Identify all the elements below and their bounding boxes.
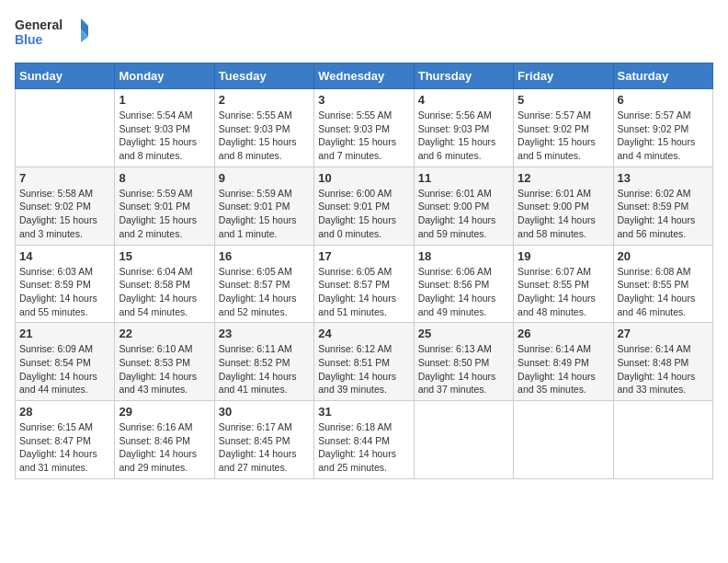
day-cell: 27Sunrise: 6:14 AM Sunset: 8:48 PM Dayli… [613,323,712,401]
calendar-body: 1Sunrise: 5:54 AM Sunset: 9:03 PM Daylig… [16,89,713,479]
day-cell [16,89,115,167]
day-number: 22 [119,327,210,340]
day-cell: 4Sunrise: 5:56 AM Sunset: 9:03 PM Daylig… [414,89,513,167]
day-cell: 2Sunrise: 5:55 AM Sunset: 9:03 PM Daylig… [214,89,313,167]
day-cell: 16Sunrise: 6:05 AM Sunset: 8:57 PM Dayli… [214,245,313,323]
day-info: Sunrise: 6:08 AM Sunset: 8:55 PM Dayligh… [618,265,709,319]
week-row-3: 14Sunrise: 6:03 AM Sunset: 8:59 PM Dayli… [16,245,713,323]
week-row-2: 7Sunrise: 5:58 AM Sunset: 9:02 PM Daylig… [16,167,713,245]
day-info: Sunrise: 6:18 AM Sunset: 8:44 PM Dayligh… [318,420,409,475]
day-number: 5 [518,93,609,107]
day-cell: 15Sunrise: 6:04 AM Sunset: 8:58 PM Dayli… [115,245,214,323]
day-info: Sunrise: 6:09 AM Sunset: 8:54 PM Dayligh… [19,342,110,396]
day-number: 16 [219,249,310,263]
day-number: 24 [318,327,409,340]
day-info: Sunrise: 6:12 AM Sunset: 8:51 PM Dayligh… [318,342,409,396]
day-number: 15 [119,249,210,263]
day-cell: 1Sunrise: 5:54 AM Sunset: 9:03 PM Daylig… [115,89,214,167]
day-cell: 24Sunrise: 6:12 AM Sunset: 8:51 PM Dayli… [314,323,414,401]
day-cell: 31Sunrise: 6:18 AM Sunset: 8:44 PM Dayli… [314,401,414,479]
day-info: Sunrise: 6:13 AM Sunset: 8:50 PM Dayligh… [418,342,509,396]
day-cell: 17Sunrise: 6:05 AM Sunset: 8:57 PM Dayli… [314,245,414,323]
day-number: 23 [219,327,310,340]
day-cell: 29Sunrise: 6:16 AM Sunset: 8:46 PM Dayli… [115,401,214,479]
day-cell: 7Sunrise: 5:58 AM Sunset: 9:02 PM Daylig… [16,167,115,245]
day-info: Sunrise: 6:17 AM Sunset: 8:45 PM Dayligh… [219,420,310,475]
header-cell-saturday: Saturday [613,63,712,89]
day-number: 11 [418,171,509,185]
day-cell: 22Sunrise: 6:10 AM Sunset: 8:53 PM Dayli… [115,323,214,401]
day-number: 27 [618,327,709,340]
day-number: 1 [119,93,210,107]
day-info: Sunrise: 5:55 AM Sunset: 9:03 PM Dayligh… [219,109,310,163]
day-info: Sunrise: 5:55 AM Sunset: 9:03 PM Dayligh… [318,109,409,163]
day-number: 18 [418,249,509,263]
day-cell: 28Sunrise: 6:15 AM Sunset: 8:47 PM Dayli… [16,401,115,479]
day-number: 17 [318,249,409,263]
calendar-table: SundayMondayTuesdayWednesdayThursdayFrid… [15,63,713,479]
day-info: Sunrise: 6:03 AM Sunset: 8:59 PM Dayligh… [19,265,110,319]
day-number: 14 [19,249,110,263]
day-cell: 20Sunrise: 6:08 AM Sunset: 8:55 PM Dayli… [613,245,712,323]
day-cell: 19Sunrise: 6:07 AM Sunset: 8:55 PM Dayli… [514,245,613,323]
day-cell: 25Sunrise: 6:13 AM Sunset: 8:50 PM Dayli… [414,323,513,401]
day-number: 28 [19,405,110,419]
week-row-4: 21Sunrise: 6:09 AM Sunset: 8:54 PM Dayli… [16,323,713,401]
day-cell: 3Sunrise: 5:55 AM Sunset: 9:03 PM Daylig… [314,89,414,167]
day-info: Sunrise: 6:00 AM Sunset: 9:01 PM Dayligh… [318,187,409,241]
day-cell: 5Sunrise: 5:57 AM Sunset: 9:02 PM Daylig… [514,89,613,167]
day-number: 13 [618,171,709,185]
header-cell-thursday: Thursday [414,63,513,89]
day-cell [613,401,712,479]
day-cell [414,401,513,479]
day-info: Sunrise: 6:04 AM Sunset: 8:58 PM Dayligh… [119,265,210,319]
day-info: Sunrise: 6:14 AM Sunset: 8:48 PM Dayligh… [618,342,709,396]
day-cell: 12Sunrise: 6:01 AM Sunset: 9:00 PM Dayli… [514,167,613,245]
day-cell: 10Sunrise: 6:00 AM Sunset: 9:01 PM Dayli… [314,167,414,245]
day-info: Sunrise: 6:01 AM Sunset: 9:00 PM Dayligh… [518,187,609,241]
day-cell: 13Sunrise: 6:02 AM Sunset: 8:59 PM Dayli… [613,167,712,245]
day-number: 20 [618,249,709,263]
day-info: Sunrise: 6:07 AM Sunset: 8:55 PM Dayligh… [518,265,609,319]
calendar-header: SundayMondayTuesdayWednesdayThursdayFrid… [16,63,713,89]
day-number: 3 [318,93,409,107]
day-cell: 18Sunrise: 6:06 AM Sunset: 8:56 PM Dayli… [414,245,513,323]
logo: General Blue [15,15,88,52]
header-cell-wednesday: Wednesday [314,63,414,89]
logo-svg: General Blue [15,15,88,52]
day-number: 19 [518,249,609,263]
day-number: 10 [318,171,409,185]
day-number: 7 [19,171,110,185]
day-number: 30 [219,405,310,419]
day-info: Sunrise: 5:59 AM Sunset: 9:01 PM Dayligh… [119,187,210,241]
day-info: Sunrise: 6:05 AM Sunset: 8:57 PM Dayligh… [318,265,409,319]
day-info: Sunrise: 6:15 AM Sunset: 8:47 PM Dayligh… [19,420,110,475]
day-cell: 6Sunrise: 5:57 AM Sunset: 9:02 PM Daylig… [613,89,712,167]
day-number: 9 [219,171,310,185]
day-number: 29 [119,405,210,419]
day-info: Sunrise: 6:10 AM Sunset: 8:53 PM Dayligh… [119,342,210,396]
week-row-5: 28Sunrise: 6:15 AM Sunset: 8:47 PM Dayli… [16,401,713,479]
day-cell: 26Sunrise: 6:14 AM Sunset: 8:49 PM Dayli… [514,323,613,401]
header-cell-friday: Friday [514,63,613,89]
day-info: Sunrise: 6:16 AM Sunset: 8:46 PM Dayligh… [119,420,210,475]
day-cell: 23Sunrise: 6:11 AM Sunset: 8:52 PM Dayli… [214,323,313,401]
day-info: Sunrise: 5:59 AM Sunset: 9:01 PM Dayligh… [219,187,310,241]
day-number: 31 [318,405,409,419]
day-cell: 21Sunrise: 6:09 AM Sunset: 8:54 PM Dayli… [16,323,115,401]
day-info: Sunrise: 6:01 AM Sunset: 9:00 PM Dayligh… [418,187,509,241]
header: General Blue [15,15,713,52]
week-row-1: 1Sunrise: 5:54 AM Sunset: 9:03 PM Daylig… [16,89,713,167]
header-cell-sunday: Sunday [16,63,115,89]
day-cell: 14Sunrise: 6:03 AM Sunset: 8:59 PM Dayli… [16,245,115,323]
day-info: Sunrise: 5:58 AM Sunset: 9:02 PM Dayligh… [19,187,110,241]
day-number: 21 [19,327,110,340]
day-number: 4 [418,93,509,107]
day-cell: 30Sunrise: 6:17 AM Sunset: 8:45 PM Dayli… [214,401,313,479]
day-info: Sunrise: 6:02 AM Sunset: 8:59 PM Dayligh… [618,187,709,241]
day-cell: 8Sunrise: 5:59 AM Sunset: 9:01 PM Daylig… [115,167,214,245]
svg-text:Blue: Blue [15,32,43,47]
svg-text:General: General [15,17,63,32]
header-cell-monday: Monday [115,63,214,89]
day-info: Sunrise: 5:54 AM Sunset: 9:03 PM Dayligh… [119,109,210,163]
